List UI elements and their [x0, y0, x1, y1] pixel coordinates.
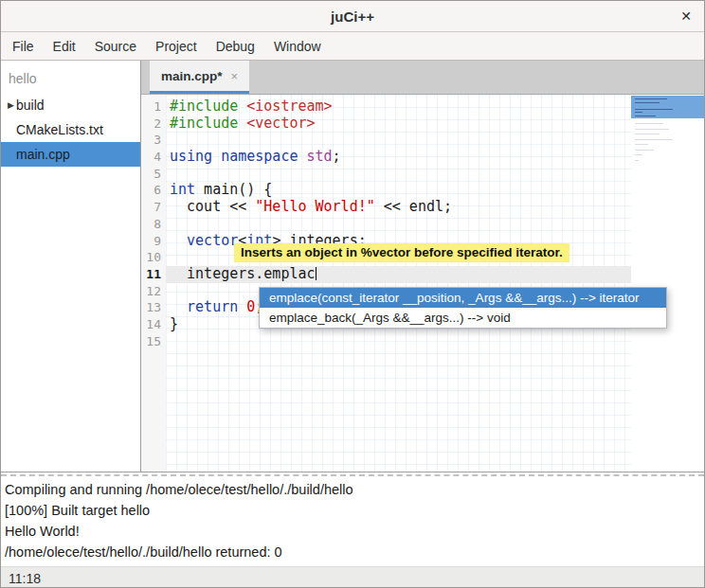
code-line[interactable]: 11 integers.emplac: [141, 266, 631, 283]
code-line[interactable]: 15: [141, 333, 631, 350]
window-title: juCi++: [331, 9, 374, 25]
line-number: 11: [141, 266, 166, 283]
tab-close-icon[interactable]: ×: [231, 69, 239, 83]
minimap[interactable]: [631, 95, 705, 472]
tab-main-cpp[interactable]: main.cpp* ×: [150, 61, 249, 94]
output-line: Compiling and running /home/olece/test/h…: [5, 479, 704, 500]
tree-item-label: main.cpp: [16, 147, 70, 162]
menu-edit[interactable]: Edit: [44, 32, 85, 60]
line-content: [166, 216, 631, 233]
code-line[interactable]: 4using namespace std;: [141, 149, 631, 166]
text-cursor: [316, 267, 316, 280]
expander-icon[interactable]: ▶: [1, 100, 16, 110]
cursor-position: 11:18: [9, 571, 41, 586]
status-bar: 11:18: [1, 566, 704, 588]
minimap-viewport[interactable]: [631, 96, 705, 118]
code-editor[interactable]: 1#include <iostream>2#include <vector>34…: [141, 95, 705, 472]
title-bar: juCi++ ✕: [1, 1, 704, 32]
project-root-label: hello: [1, 66, 140, 93]
line-number: 6: [141, 182, 166, 199]
line-content: int main() {: [166, 182, 631, 199]
output-line: Hello World!: [5, 521, 704, 542]
code-line[interactable]: 8: [141, 216, 631, 233]
line-content: #include <vector>: [166, 116, 631, 133]
code-line[interactable]: 2#include <vector>: [141, 116, 631, 133]
doc-tooltip: Inserts an object in %vector before spec…: [234, 243, 569, 262]
output-line: /home/olece/test/hello/./build/hello ret…: [5, 542, 704, 562]
minimap-lines: [635, 123, 702, 165]
code-line[interactable]: 5: [141, 166, 631, 183]
output-line: [100%] Built target hello: [5, 500, 704, 521]
tree-item-label: build: [16, 98, 45, 113]
tab-bar: main.cpp* ×: [141, 61, 705, 95]
close-window-icon[interactable]: ✕: [680, 1, 692, 31]
menu-debug[interactable]: Debug: [207, 32, 264, 60]
menu-source[interactable]: Source: [85, 32, 146, 60]
line-number: 10: [141, 249, 166, 266]
code-line[interactable]: 3: [141, 132, 631, 149]
line-number: 15: [141, 333, 166, 350]
menu-file[interactable]: File: [3, 32, 44, 60]
main-content: hello ▶buildCMakeLists.txtmain.cpp main.…: [1, 61, 704, 472]
line-number: 9: [141, 233, 166, 250]
tree-item-label: CMakeLists.txt: [16, 122, 103, 137]
autocomplete-item[interactable]: emplace_back(_Args &&__args...) --> void: [260, 308, 666, 328]
line-number: 14: [141, 316, 166, 333]
line-number: 3: [141, 132, 166, 149]
line-number: 2: [141, 116, 166, 133]
line-number: 13: [141, 299, 166, 316]
sidebar-item-cmakelists-txt[interactable]: CMakeLists.txt: [1, 117, 140, 142]
line-content: #include <iostream>: [166, 98, 631, 116]
app-window: juCi++ ✕ FileEditSourceProjectDebugWindo…: [0, 0, 705, 588]
line-content: [166, 132, 631, 149]
autocomplete-item[interactable]: emplace(const_iterator __position, _Args…: [260, 288, 666, 308]
line-number: 4: [141, 149, 166, 166]
line-number: 5: [141, 166, 166, 183]
line-content: integers.emplac: [166, 266, 631, 283]
file-tree-sidebar: hello ▶buildCMakeLists.txtmain.cpp: [1, 61, 141, 472]
tab-label: main.cpp*: [161, 69, 223, 83]
line-number: 7: [141, 199, 166, 216]
splitter-handle: [1, 474, 704, 476]
build-output-panel: Compiling and running /home/olece/test/h…: [1, 477, 704, 566]
menu-project[interactable]: Project: [146, 32, 207, 60]
line-content: using namespace std;: [166, 149, 631, 166]
line-content: cout << "Hello World!" << endl;: [166, 199, 631, 216]
code-line[interactable]: 7 cout << "Hello World!" << endl;: [141, 199, 631, 216]
sidebar-item-main-cpp[interactable]: main.cpp: [1, 142, 140, 167]
line-content: [166, 166, 631, 183]
line-number: 1: [141, 98, 166, 116]
menu-bar: FileEditSourceProjectDebugWindow: [1, 32, 704, 61]
line-content: [166, 333, 631, 350]
autocomplete-popup: emplace(const_iterator __position, _Args…: [259, 287, 667, 329]
code-line[interactable]: 1#include <iostream>: [141, 98, 631, 116]
editor-column: main.cpp* × 1#include <iostream>2#includ…: [141, 61, 705, 472]
line-number: 12: [141, 283, 166, 300]
file-tree: ▶buildCMakeLists.txtmain.cpp: [1, 93, 140, 167]
menu-window[interactable]: Window: [264, 32, 331, 60]
sidebar-item-build[interactable]: ▶build: [1, 93, 140, 117]
line-number: 8: [141, 216, 166, 233]
code-line[interactable]: 6int main() {: [141, 182, 631, 199]
